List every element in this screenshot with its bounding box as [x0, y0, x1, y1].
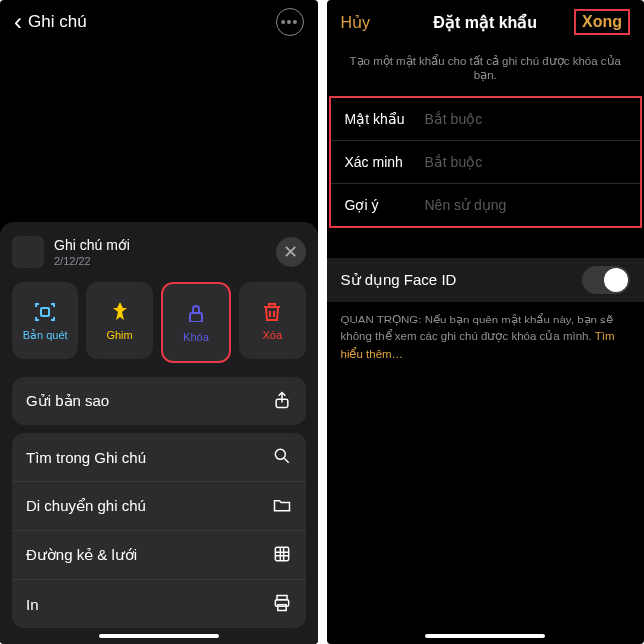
svg-rect-0 — [41, 308, 49, 316]
verify-placeholder: Bắt buộc — [425, 154, 483, 170]
svg-rect-4 — [275, 547, 288, 560]
scan-label: Bản quét — [23, 329, 68, 342]
hint-row[interactable]: Gợi ý Nên sử dụng — [331, 184, 641, 226]
find-label: Tìm trong Ghi chú — [26, 449, 146, 466]
set-password-screen: Hủy Đặt mật khẩu Xong Tạo một mật khẩu c… — [327, 0, 645, 644]
home-indicator[interactable] — [99, 634, 219, 638]
svg-rect-7 — [277, 604, 285, 610]
send-copy-label: Gửi bản sao — [26, 392, 109, 410]
password-form: Mật khẩu Bắt buộc Xác minh Bắt buộc Gợi … — [329, 96, 643, 228]
faceid-toggle[interactable] — [582, 266, 630, 294]
delete-tile[interactable]: Xóa — [239, 282, 305, 359]
move-row[interactable]: Di chuyển ghi chú — [12, 482, 306, 531]
navbar: ‹ Ghi chú ••• — [0, 0, 318, 44]
grid-icon — [272, 544, 292, 567]
subtitle: Tạo một mật khẩu cho tất cả ghi chú được… — [327, 44, 645, 96]
close-icon[interactable]: ✕ — [276, 237, 306, 267]
faceid-row: Sử dụng Face ID — [327, 258, 645, 302]
options-list: Tìm trong Ghi chú Di chuyển ghi chú Đườn… — [12, 433, 306, 628]
svg-point-3 — [275, 449, 285, 459]
lines-label: Đường kẻ & lưới — [26, 546, 137, 564]
action-tiles: Bản quét Ghim Khóa Xóa — [12, 282, 306, 363]
warn-prefix: QUAN TRỌNG: Nếu bạn quên mật khẩu này, b… — [341, 314, 613, 342]
cancel-button[interactable]: Hủy — [341, 13, 371, 32]
scan-tile[interactable]: Bản quét — [12, 282, 78, 359]
action-sheet: Ghi chú mới 2/12/22 ✕ Bản quét Ghim Khóa — [0, 222, 318, 644]
sheet-date: 2/12/22 — [54, 255, 130, 267]
share-icon — [272, 390, 292, 413]
faceid-label: Sử dụng Face ID — [341, 271, 457, 289]
move-label: Di chuyển ghi chú — [26, 497, 146, 515]
notes-app-screen: ‹ Ghi chú ••• Ghi chú mới 2/12/22 ✕ Bản … — [0, 0, 318, 644]
navbar: Hủy Đặt mật khẩu Xong — [327, 0, 645, 44]
hint-placeholder: Nên sử dụng — [425, 197, 507, 213]
home-indicator[interactable] — [425, 634, 545, 638]
svg-rect-1 — [190, 313, 202, 322]
password-row[interactable]: Mật khẩu Bắt buộc — [331, 98, 641, 141]
lock-label: Khóa — [183, 331, 209, 343]
find-row[interactable]: Tìm trong Ghi chú — [12, 433, 306, 482]
password-placeholder: Bắt buộc — [425, 111, 483, 127]
verify-row[interactable]: Xác minh Bắt buộc — [331, 141, 641, 184]
lock-icon — [184, 302, 208, 325]
sheet-header: Ghi chú mới 2/12/22 ✕ — [12, 236, 306, 268]
chevron-left-icon[interactable]: ‹ — [14, 8, 22, 36]
print-label: In — [26, 596, 39, 613]
scan-icon — [33, 300, 57, 323]
hint-label: Gợi ý — [345, 197, 425, 213]
lock-tile[interactable]: Khóa — [161, 282, 231, 363]
send-copy-row-group: Gửi bản sao — [12, 377, 306, 425]
delete-label: Xóa — [263, 329, 283, 341]
password-label: Mật khẩu — [345, 111, 425, 127]
send-copy-row[interactable]: Gửi bản sao — [12, 377, 306, 425]
print-row[interactable]: In — [12, 580, 306, 628]
verify-label: Xác minh — [345, 154, 425, 170]
lines-row[interactable]: Đường kẻ & lưới — [12, 531, 306, 580]
print-icon — [272, 593, 292, 616]
folder-icon — [272, 495, 292, 518]
note-thumbnail — [12, 236, 44, 268]
more-icon[interactable]: ••• — [276, 8, 304, 36]
trash-icon — [260, 300, 284, 323]
pin-icon — [108, 300, 132, 323]
done-button[interactable]: Xong — [574, 9, 630, 35]
sheet-title: Ghi chú mới — [54, 237, 130, 253]
pin-tile[interactable]: Ghim — [86, 282, 152, 359]
warning-text: QUAN TRỌNG: Nếu bạn quên mật khẩu này, b… — [327, 302, 645, 373]
back-label[interactable]: Ghi chú — [28, 12, 87, 32]
search-icon — [272, 446, 292, 469]
pin-label: Ghim — [106, 329, 132, 341]
